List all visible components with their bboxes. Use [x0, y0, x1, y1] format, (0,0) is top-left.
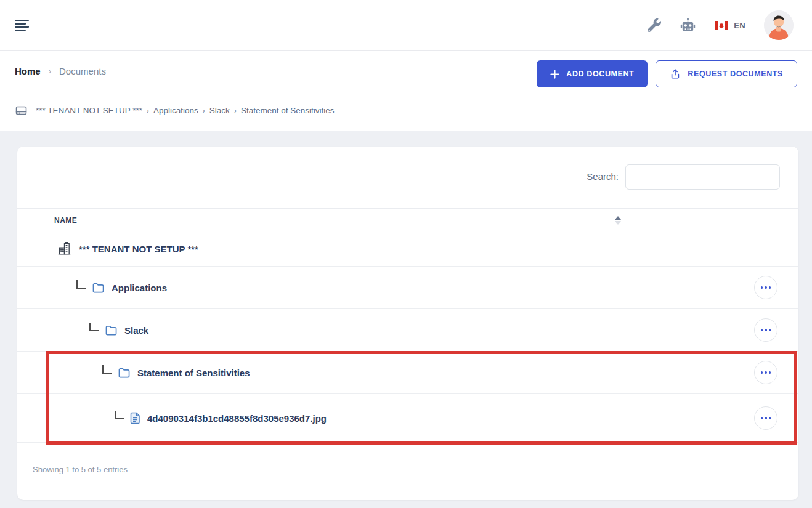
- search-label: Search:: [587, 171, 619, 182]
- documents-page: EN Home › Documents: [0, 0, 812, 508]
- row-label: Slack: [124, 325, 148, 336]
- table-row-file[interactable]: 4d4090314f3b1cd48855f8d305e936d7.jpg: [17, 394, 798, 443]
- table-header: NAME: [17, 208, 798, 232]
- wrench-icon[interactable]: [648, 18, 661, 32]
- row-actions-button[interactable]: [754, 361, 777, 384]
- path-item-applications[interactable]: Applications: [153, 106, 198, 115]
- row-label: *** TENANT NOT SETUP ***: [79, 244, 198, 254]
- drive-icon: [15, 105, 28, 116]
- tenant-path: *** TENANT NOT SETUP *** › Applications …: [15, 105, 334, 116]
- breadcrumb-separator: ›: [49, 67, 51, 76]
- sort-desc-icon: [615, 221, 621, 225]
- path-separator: ›: [147, 107, 149, 115]
- path-item-statement[interactable]: Statement of Sensitivities: [241, 106, 335, 115]
- tree-connector: [102, 365, 112, 374]
- table-row-tenant[interactable]: *** TENANT NOT SETUP ***: [17, 232, 798, 267]
- path-separator: ›: [234, 107, 237, 115]
- path-item-tenant[interactable]: *** TENANT NOT SETUP ***: [36, 106, 142, 115]
- request-documents-label: REQUEST DOCUMENTS: [688, 70, 783, 78]
- search-input[interactable]: [625, 164, 780, 190]
- search-bar: Search:: [17, 147, 798, 208]
- folder-icon: [105, 325, 118, 336]
- breadcrumb-current: Documents: [59, 66, 106, 76]
- language-label: EN: [734, 21, 745, 30]
- upload-icon: [670, 68, 681, 79]
- language-selector[interactable]: EN: [715, 21, 745, 30]
- add-document-label: ADD DOCUMENT: [566, 70, 634, 78]
- plus-icon: [550, 70, 559, 79]
- column-header-name[interactable]: NAME: [17, 209, 630, 232]
- folder-icon: [92, 282, 105, 293]
- canada-flag-icon: [715, 21, 728, 30]
- avatar[interactable]: [764, 10, 794, 40]
- row-label: Applications: [112, 283, 167, 293]
- sort-asc-icon: [615, 216, 621, 220]
- path-item-slack[interactable]: Slack: [209, 106, 230, 115]
- folder-icon: [118, 367, 131, 378]
- table-row-statement-of-sensitivities[interactable]: Statement of Sensitivities: [17, 352, 798, 394]
- page-header: Home › Documents *** TENANT NOT SETUP **…: [0, 51, 812, 131]
- row-actions-button[interactable]: [754, 318, 777, 342]
- menu-toggle-icon[interactable]: [15, 20, 29, 31]
- add-document-button[interactable]: ADD DOCUMENT: [537, 60, 648, 87]
- breadcrumb-home-link[interactable]: Home: [15, 66, 41, 76]
- building-icon: [57, 241, 72, 257]
- table-row-applications[interactable]: Applications: [17, 267, 798, 309]
- robot-icon[interactable]: [680, 17, 696, 34]
- tree-connector: [89, 323, 99, 331]
- request-documents-button[interactable]: REQUEST DOCUMENTS: [656, 60, 797, 87]
- row-label: Statement of Sensitivities: [137, 368, 250, 378]
- top-navbar: EN: [0, 0, 812, 51]
- path-separator: ›: [203, 107, 205, 115]
- name-header-label: NAME: [54, 216, 77, 225]
- row-actions-button[interactable]: [754, 406, 777, 430]
- tree-connector: [115, 411, 124, 419]
- row-label: 4d4090314f3b1cd48855f8d305e936d7.jpg: [147, 413, 327, 424]
- entries-status: Showing 1 to 5 of 5 entries: [17, 443, 798, 474]
- table-row-slack[interactable]: Slack: [17, 309, 798, 352]
- tree-connector: [76, 280, 86, 289]
- row-actions-button[interactable]: [754, 276, 777, 299]
- sort-icon[interactable]: [615, 216, 621, 225]
- file-icon: [130, 412, 140, 424]
- documents-card: Search: NAME: [17, 147, 798, 500]
